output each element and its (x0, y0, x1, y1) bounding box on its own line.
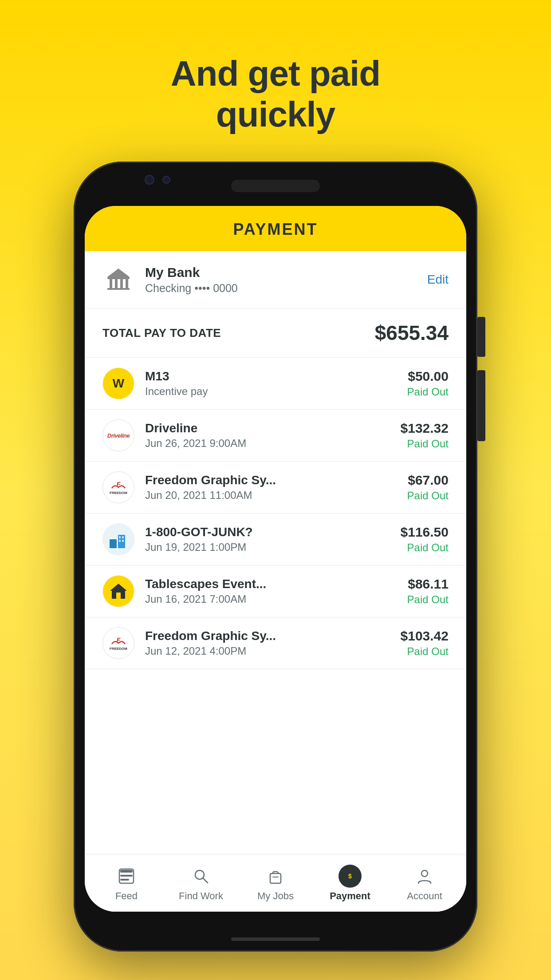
phone-speaker (231, 180, 320, 192)
logo-m13: W (102, 368, 134, 399)
svg-rect-23 (120, 879, 129, 881)
phone-screen: PAYMENT (85, 206, 466, 912)
page-headline: And get paid quickly (171, 27, 380, 135)
svg-rect-27 (270, 873, 281, 883)
payment-date-driveline: Jun 26, 2021 9:00AM (145, 437, 401, 450)
logo-driveline: Driveline (102, 419, 134, 451)
logo-junk (102, 523, 134, 555)
payment-date-tablescapes: Jun 16, 2021 7:00AM (145, 593, 407, 605)
svg-text:$: $ (348, 873, 352, 880)
svg-text:FREEDOM: FREEDOM (110, 647, 127, 651)
payment-right-tablescapes: $86.11 Paid Out (407, 577, 449, 606)
company-name-freedom2: Freedom Graphic Sy... (145, 629, 401, 643)
svg-rect-9 (110, 539, 117, 548)
side-button-2 (477, 370, 485, 441)
feed-icon (115, 865, 138, 888)
nav-feed-label: Feed (115, 890, 138, 902)
account-icon (413, 865, 436, 888)
phone-frame: PAYMENT (74, 162, 477, 952)
nav-myjobs-label: My Jobs (257, 890, 294, 902)
payment-right-driveline: $132.32 Paid Out (401, 421, 449, 450)
edit-button[interactable]: Edit (427, 273, 449, 287)
status-m13: Paid Out (407, 386, 449, 398)
payment-right-junk: $116.50 Paid Out (401, 525, 449, 554)
total-amount: $655.34 (375, 321, 449, 345)
svg-marker-16 (110, 584, 127, 591)
company-name-m13: M13 (145, 369, 407, 383)
status-tablescapes: Paid Out (407, 593, 449, 606)
payment-right-freedom2: $103.42 Paid Out (401, 628, 449, 658)
status-freedom2: Paid Out (401, 645, 449, 658)
amount-m13: $50.00 (407, 369, 449, 384)
svg-rect-13 (122, 536, 124, 538)
company-name-driveline: Driveline (145, 421, 401, 435)
svg-rect-4 (126, 279, 128, 288)
payment-right-freedom1: $67.00 Paid Out (407, 473, 449, 502)
headline-text: And get paid quickly (171, 53, 380, 135)
amount-junk: $116.50 (401, 525, 449, 540)
payment-date-freedom2: Jun 12, 2021 4:00PM (145, 645, 401, 657)
svg-rect-0 (107, 277, 130, 279)
payment-item-freedom1[interactable]: F FREEDOM Freedom Graphic Sy... Jun 20, … (85, 462, 466, 514)
svg-rect-15 (122, 540, 124, 542)
payment-right-m13: $50.00 Paid Out (407, 369, 449, 398)
svg-rect-21 (120, 870, 133, 873)
amount-freedom2: $103.42 (401, 628, 449, 644)
nav-account[interactable]: Account (387, 865, 462, 902)
logo-freedom1: F FREEDOM (102, 471, 134, 503)
bank-icon (102, 264, 134, 296)
payment-icon: $ (338, 865, 362, 888)
company-name-freedom1: Freedom Graphic Sy... (145, 473, 407, 487)
payment-item-driveline[interactable]: Driveline Driveline Jun 26, 2021 9:00AM … (85, 410, 466, 462)
svg-rect-3 (120, 279, 123, 288)
phone-top-bar (74, 162, 477, 206)
payment-item-junk[interactable]: 1-800-GOT-JUNK? Jun 19, 2021 1:00PM $116… (85, 514, 466, 565)
payment-info-junk: 1-800-GOT-JUNK? Jun 19, 2021 1:00PM (145, 525, 401, 553)
amount-tablescapes: $86.11 (407, 577, 449, 592)
svg-rect-1 (110, 279, 112, 288)
nav-feed[interactable]: Feed (89, 865, 164, 902)
payment-info-m13: M13 Incentive pay (145, 369, 407, 398)
bank-row: My Bank Checking •••• 0000 Edit (85, 251, 466, 308)
payment-item-m13[interactable]: W M13 Incentive pay $50.00 Paid Out (85, 358, 466, 410)
payment-date-junk: Jun 19, 2021 1:00PM (145, 541, 401, 553)
svg-marker-6 (107, 269, 130, 277)
nav-payment-label: Payment (330, 890, 370, 902)
camera-left-icon (145, 175, 154, 185)
nav-findwork-label: Find Work (179, 890, 223, 902)
nav-payment[interactable]: $ Payment (313, 865, 387, 902)
screen-header: PAYMENT (85, 206, 466, 251)
nav-account-label: Account (407, 890, 442, 902)
payment-date-freedom1: Jun 20, 2021 11:00AM (145, 489, 407, 502)
bank-account: Checking •••• 0000 (145, 282, 427, 295)
payment-item-freedom2[interactable]: F FREEDOM Freedom Graphic Sy... Jun 12, … (85, 617, 466, 669)
bottom-nav: Feed Find Work (85, 854, 466, 912)
svg-rect-22 (120, 875, 133, 877)
screen-content: My Bank Checking •••• 0000 Edit TOTAL PA… (85, 251, 466, 912)
company-name-junk: 1-800-GOT-JUNK? (145, 525, 401, 539)
nav-myjobs[interactable]: My Jobs (238, 865, 313, 902)
camera-right-icon (162, 176, 170, 184)
svg-point-31 (421, 870, 428, 877)
payment-item-tablescapes[interactable]: Tablescapes Event... Jun 16, 2021 7:00AM… (85, 565, 466, 617)
bank-info: My Bank Checking •••• 0000 (145, 265, 427, 295)
company-name-tablescapes: Tablescapes Event... (145, 577, 407, 591)
status-freedom1: Paid Out (407, 490, 449, 502)
nav-findwork[interactable]: Find Work (164, 865, 238, 902)
logo-freedom2: F FREEDOM (102, 627, 134, 659)
status-driveline: Paid Out (401, 438, 449, 450)
bank-name: My Bank (145, 265, 427, 280)
svg-text:FREEDOM: FREEDOM (110, 491, 127, 495)
svg-rect-14 (119, 540, 121, 542)
svg-rect-18 (116, 593, 121, 599)
svg-rect-11 (111, 537, 113, 539)
total-label: TOTAL PAY TO DATE (102, 326, 221, 340)
amount-driveline: $132.32 (401, 421, 449, 436)
payment-desc-m13: Incentive pay (145, 385, 407, 398)
svg-line-26 (203, 878, 208, 883)
screen-title: PAYMENT (102, 220, 449, 239)
payment-info-driveline: Driveline Jun 26, 2021 9:00AM (145, 421, 401, 450)
phone-home-indicator (231, 937, 320, 941)
myjobs-icon (264, 865, 287, 888)
payment-info-freedom2: Freedom Graphic Sy... Jun 12, 2021 4:00P… (145, 629, 401, 657)
